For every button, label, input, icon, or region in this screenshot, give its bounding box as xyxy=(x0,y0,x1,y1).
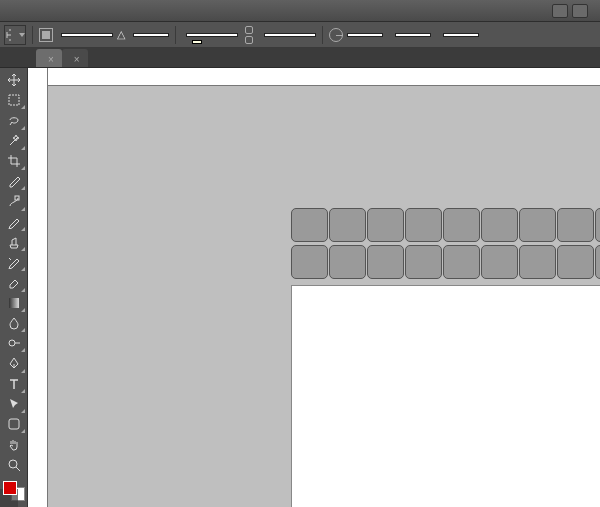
close-icon[interactable]: × xyxy=(48,54,54,65)
rounded-rect-shape[interactable] xyxy=(557,208,594,242)
x-input[interactable] xyxy=(61,33,113,37)
menu-bar xyxy=(0,0,600,22)
rounded-rect-shape[interactable] xyxy=(481,208,518,242)
link-icon[interactable] xyxy=(242,26,256,44)
shape-row-2-selected[interactable] xyxy=(291,245,600,279)
rounded-rect-shape[interactable] xyxy=(367,208,404,242)
document-tab-active[interactable]: × xyxy=(36,49,62,67)
healing-brush-tool-icon[interactable] xyxy=(2,191,26,211)
blur-tool-icon[interactable] xyxy=(2,313,26,333)
separator xyxy=(32,26,33,44)
rounded-rect-shape[interactable] xyxy=(519,208,556,242)
separator xyxy=(322,26,323,44)
canvas-pasteboard xyxy=(48,86,600,507)
hand-tool-icon[interactable] xyxy=(2,434,26,454)
move-tool-icon[interactable] xyxy=(2,70,26,90)
path-selection-tool-icon[interactable] xyxy=(2,394,26,414)
type-tool-icon[interactable] xyxy=(2,374,26,394)
document-tab-bar: × × xyxy=(0,48,600,68)
skew-v-input[interactable] xyxy=(443,33,479,37)
menu-filter[interactable] xyxy=(94,8,106,14)
svg-rect-2 xyxy=(9,298,19,308)
current-tool-preset[interactable] xyxy=(4,25,26,45)
pen-tool-icon[interactable] xyxy=(2,353,26,373)
y-input[interactable] xyxy=(133,33,169,37)
ruler-horizontal[interactable] xyxy=(48,68,600,86)
rounded-rect-shape[interactable] xyxy=(443,208,480,242)
rounded-rect-shape[interactable] xyxy=(291,208,328,242)
svg-rect-4 xyxy=(9,419,19,429)
shape-tool-icon[interactable] xyxy=(2,414,26,434)
toolbox xyxy=(0,68,28,507)
rounded-rect-shape[interactable] xyxy=(519,245,556,279)
app-logo xyxy=(6,3,26,19)
rounded-rect-shape[interactable] xyxy=(405,208,442,242)
menu-help[interactable] xyxy=(130,8,142,14)
main-area xyxy=(0,68,600,507)
magic-wand-tool-icon[interactable] xyxy=(2,131,26,151)
zoom-tool-icon[interactable] xyxy=(2,454,26,474)
menu-file[interactable] xyxy=(34,8,46,14)
menu-window[interactable] xyxy=(118,8,130,14)
rounded-rect-shape[interactable] xyxy=(329,245,366,279)
h-input[interactable] xyxy=(264,33,316,37)
rounded-rect-shape[interactable] xyxy=(367,245,404,279)
menu-layer[interactable] xyxy=(70,8,82,14)
brush-tool-icon[interactable] xyxy=(2,212,26,232)
options-bar: △ xyxy=(0,22,600,48)
menu-select[interactable] xyxy=(82,8,94,14)
marquee-tool-icon[interactable] xyxy=(2,90,26,110)
w-input[interactable] xyxy=(186,33,238,37)
menu-edit[interactable] xyxy=(46,8,58,14)
rounded-rect-shape[interactable] xyxy=(557,245,594,279)
history-brush-tool-icon[interactable] xyxy=(2,252,26,272)
separator xyxy=(175,26,176,44)
title-tooltip xyxy=(192,40,202,44)
dodge-tool-icon[interactable] xyxy=(2,333,26,353)
clone-stamp-tool-icon[interactable] xyxy=(2,232,26,252)
transform-tool-icon xyxy=(5,28,11,42)
rounded-rect-shape[interactable] xyxy=(595,245,600,279)
ruler-vertical[interactable] xyxy=(28,68,48,507)
foreground-color-swatch[interactable] xyxy=(3,481,17,495)
document-tab-inactive[interactable]: × xyxy=(62,49,88,67)
svg-rect-0 xyxy=(9,95,19,105)
rounded-rect-shape[interactable] xyxy=(291,245,328,279)
eyedropper-tool-icon[interactable] xyxy=(2,171,26,191)
lasso-tool-icon[interactable] xyxy=(2,110,26,130)
gradient-tool-icon[interactable] xyxy=(2,293,26,313)
rounded-rect-shape[interactable] xyxy=(481,245,518,279)
rounded-rect-shape[interactable] xyxy=(405,245,442,279)
document-canvas[interactable] xyxy=(292,286,600,507)
extension-icon[interactable] xyxy=(572,4,588,18)
svg-point-3 xyxy=(9,340,15,346)
reference-point-icon[interactable] xyxy=(39,28,53,42)
rounded-rect-shape[interactable] xyxy=(595,208,600,242)
document-viewport[interactable] xyxy=(28,68,600,507)
delta-icon[interactable]: △ xyxy=(117,28,125,41)
eraser-tool-icon[interactable] xyxy=(2,272,26,292)
menu-view[interactable] xyxy=(106,8,118,14)
rounded-rect-shape[interactable] xyxy=(443,245,480,279)
rounded-rect-shape[interactable] xyxy=(329,208,366,242)
shape-row-1 xyxy=(291,208,600,242)
angle-input[interactable] xyxy=(347,33,383,37)
crop-tool-icon[interactable] xyxy=(2,151,26,171)
svg-point-5 xyxy=(9,460,17,468)
skew-h-input[interactable] xyxy=(395,33,431,37)
menubar-extras xyxy=(552,4,600,18)
angle-icon xyxy=(329,28,343,42)
menu-image[interactable] xyxy=(58,8,70,14)
close-icon[interactable]: × xyxy=(74,54,80,65)
workspace-icon[interactable] xyxy=(552,4,568,18)
